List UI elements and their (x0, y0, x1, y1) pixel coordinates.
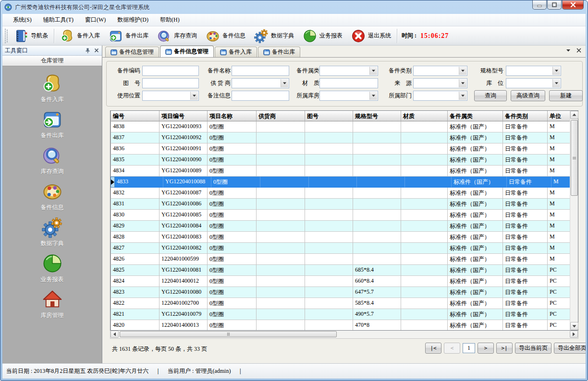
table-cell[interactable]: 585*8.4 (353, 298, 401, 309)
table-cell[interactable] (353, 121, 401, 132)
table-cell[interactable]: 日常备件 (503, 309, 548, 320)
table-cell[interactable]: 0型圈 (208, 298, 257, 309)
maximize-button[interactable] (547, 0, 562, 10)
toolbar-button-exit[interactable]: 退出系统 (347, 27, 395, 45)
table-cell[interactable]: 日常备件 (503, 243, 548, 254)
table-cell[interactable] (260, 177, 309, 188)
table-cell[interactable] (257, 243, 305, 254)
export-current-page-button[interactable]: 导出当前页 (515, 343, 551, 354)
menu-item-2[interactable]: 窗口(W) (79, 14, 111, 26)
tab-3[interactable]: 备件出库 (258, 47, 300, 57)
table-cell[interactable]: 4825 (111, 265, 159, 276)
table-cell[interactable] (305, 243, 353, 254)
table-cell[interactable]: YG12204010083 (159, 232, 208, 243)
table-cell[interactable]: YG12204010085 (159, 210, 208, 221)
table-cell[interactable] (305, 287, 353, 298)
table-cell[interactable] (353, 188, 401, 199)
table-cell[interactable]: 0型圈 (208, 309, 257, 320)
menu-item-3[interactable]: 数据维护(D) (111, 14, 154, 26)
chevron-down-icon[interactable] (281, 79, 288, 87)
table-cell[interactable]: YG12204010079 (159, 309, 208, 320)
table-row[interactable]: 4821YG122040100790型圈490*5.7标准件（国产）日常备件PC (110, 309, 570, 320)
table-row[interactable]: 482012204014000130型圈470*8标准件（国产）日常备件PC (110, 320, 570, 330)
table-cell[interactable]: 660*8.4 (353, 276, 401, 287)
table-cell[interactable] (401, 210, 448, 221)
table-cell[interactable]: YG12204010084 (159, 221, 208, 232)
table-cell[interactable] (305, 166, 353, 177)
table-cell[interactable] (353, 232, 401, 243)
table-cell[interactable]: 标准件（国产） (448, 320, 503, 330)
table-cell[interactable]: 标准件（国产） (448, 132, 503, 143)
form-select-3[interactable] (413, 66, 467, 76)
table-cell[interactable]: 日常备件 (503, 254, 548, 265)
table-cell[interactable] (353, 143, 401, 155)
table-cell[interactable]: 0型圈 (208, 210, 257, 221)
table-cell[interactable]: PC (548, 287, 570, 298)
pin-icon[interactable] (85, 48, 91, 54)
tab-list-dropdown-icon[interactable] (565, 48, 571, 53)
table-cell[interactable] (257, 221, 305, 232)
table-cell[interactable]: 0型圈 (208, 143, 257, 155)
table-cell[interactable]: 0型圈 (211, 177, 260, 188)
table-cell[interactable]: 4837 (111, 132, 159, 143)
table-cell[interactable]: M (548, 143, 570, 155)
column-header-8[interactable]: 备件类别 (503, 111, 548, 121)
table-cell[interactable] (353, 166, 401, 177)
table-cell[interactable] (257, 232, 305, 243)
table-row[interactable]: 4823YG122040100800型圈647*5.7标准件（国产）日常备件PC (110, 287, 570, 298)
table-row[interactable]: 4836YG122040100910型圈标准件（国产）日常备件M (110, 143, 570, 155)
toolbar-button-parts-in[interactable]: 备件入库 (56, 27, 104, 45)
table-cell[interactable]: 4827 (111, 243, 159, 254)
table-cell[interactable]: 0型圈 (208, 155, 257, 166)
row-selector-cell[interactable] (110, 177, 115, 188)
toolbar-button-parts-info[interactable]: 备件信息 (201, 27, 250, 45)
new-button[interactable]: 新建 (549, 90, 583, 101)
chevron-down-icon[interactable] (459, 67, 466, 75)
column-header-7[interactable]: 备件属类 (448, 111, 503, 121)
scroll-down-icon[interactable] (570, 322, 578, 330)
table-cell[interactable]: 日常备件 (503, 210, 548, 221)
sidebar-item-parts-out[interactable]: 备件出库 (24, 109, 81, 140)
sidebar-group-header[interactable]: 仓库管理 (2, 56, 102, 66)
title-bar[interactable]: 广州爱奇迪软件科技有限公司-深田之星仓库管理系统 (0, 0, 588, 14)
form-select-10[interactable] (142, 91, 199, 101)
table-cell[interactable]: 标准件（国产） (448, 243, 503, 254)
table-cell[interactable] (305, 132, 353, 143)
form-select-4[interactable] (506, 66, 561, 76)
form-input-1[interactable] (232, 66, 289, 76)
table-cell[interactable]: 标准件（国产） (448, 199, 503, 210)
toolbar-button-report[interactable]: 业务报表 (298, 27, 347, 45)
table-cell[interactable]: M (548, 199, 570, 210)
table-row[interactable]: 482412204014000120型圈660*8.4标准件（国产）日常备件PC (110, 276, 570, 287)
chevron-down-icon[interactable] (552, 79, 560, 87)
last-page-button[interactable]: >| (496, 343, 513, 354)
scroll-right-icon[interactable] (570, 331, 578, 338)
table-cell[interactable]: 日常备件 (503, 121, 548, 132)
table-row[interactable]: 4838YG122040100930型圈标准件（国产）日常备件M (110, 121, 570, 132)
table-cell[interactable] (401, 320, 448, 330)
table-cell[interactable]: 0型圈 (208, 287, 257, 298)
column-header-4[interactable]: 图号 (305, 111, 353, 121)
table-cell[interactable]: 1220401000599 (159, 254, 208, 265)
table-row[interactable]: 4833YG122040100880型圈标准件（国产）日常备件M (110, 177, 570, 188)
table-cell[interactable]: 490*5.7 (353, 309, 401, 320)
table-cell[interactable] (305, 221, 353, 232)
tab-0[interactable]: 备件信息管理 (105, 47, 159, 57)
table-cell[interactable] (305, 199, 353, 210)
table-cell[interactable]: 日常备件 (503, 265, 548, 276)
table-cell[interactable]: 日常备件 (503, 320, 548, 330)
table-cell[interactable]: M (548, 243, 570, 254)
table-cell[interactable] (353, 132, 401, 143)
first-page-button[interactable]: |< (425, 343, 441, 354)
table-cell[interactable]: 日常备件 (503, 221, 548, 232)
form-select-8[interactable] (413, 78, 467, 88)
table-cell[interactable]: 4820 (111, 320, 159, 330)
column-header-3[interactable]: 供货商 (257, 111, 305, 121)
table-cell[interactable]: 标准件（国产） (448, 287, 503, 298)
table-cell[interactable]: 标准件（国产） (448, 254, 503, 265)
table-cell[interactable]: 标准件（国产） (448, 210, 503, 221)
table-cell[interactable]: 647*5.7 (353, 287, 401, 298)
table-cell[interactable]: YG12204010090 (159, 155, 208, 166)
table-row[interactable]: 4828YG122040100830型圈标准件（国产）日常备件M (110, 232, 570, 243)
table-cell[interactable]: 1220401400012 (159, 276, 208, 287)
